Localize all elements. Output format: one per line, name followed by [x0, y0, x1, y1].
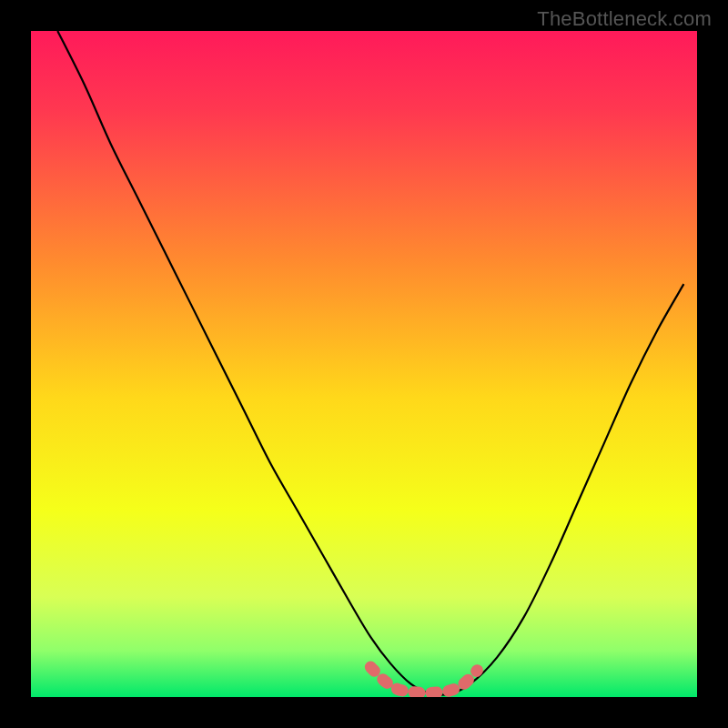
chart-plot-area: [31, 31, 697, 697]
bottleneck-curve-svg: [31, 31, 697, 697]
bottleneck-curve-path: [57, 31, 683, 695]
watermark-text: TheBottleneck.com: [537, 7, 712, 31]
